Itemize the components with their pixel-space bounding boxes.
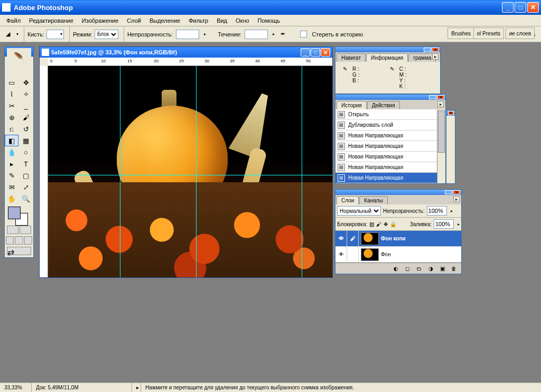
notes-tool[interactable]: ✉ xyxy=(5,181,18,193)
eraser-tool[interactable]: ◧ xyxy=(5,135,18,146)
layer-link-icon[interactable] xyxy=(347,247,359,262)
brush-picker[interactable]: ▾ xyxy=(46,30,64,39)
status-zoom[interactable]: 33,33% xyxy=(0,383,32,392)
new-layer-button[interactable]: ▣ xyxy=(438,265,446,272)
history-brush-tool[interactable]: ↺ xyxy=(19,123,33,135)
magic-wand-tool[interactable]: ✧ xyxy=(19,88,33,100)
panel-close-icon[interactable]: ✕ xyxy=(453,190,460,194)
history-item[interactable]: ▤Новая Направляющая xyxy=(335,130,437,141)
foreground-color-swatch[interactable] xyxy=(8,207,21,219)
menu-filter[interactable]: Фильтр xyxy=(184,16,212,25)
hand-tool[interactable]: ✋ xyxy=(5,193,18,204)
panel-minimize-icon[interactable]: _ xyxy=(424,48,431,52)
guide-vertical[interactable] xyxy=(120,66,120,277)
menu-file[interactable]: Файл xyxy=(2,16,25,25)
history-item[interactable]: ▤Новая Направляющая xyxy=(335,162,437,173)
status-doc-size[interactable]: Док: 5,49М/11,0М xyxy=(32,383,132,392)
layer-opacity-input[interactable] xyxy=(427,206,447,216)
collapsed-panel[interactable]: ✕ xyxy=(446,110,455,184)
menu-help[interactable]: Помощь xyxy=(254,16,285,25)
guide-vertical[interactable] xyxy=(302,66,302,277)
brush-tool[interactable]: 🖌 xyxy=(19,111,33,123)
screen-mode-1[interactable] xyxy=(6,236,14,245)
path-select-tool[interactable]: ▸ xyxy=(5,158,18,170)
layer-set-button[interactable]: 🗀 xyxy=(415,265,423,272)
ruler-horizontal[interactable]: 0 5 10 15 20 25 30 35 40 45 50 xyxy=(48,58,332,66)
erase-history-checkbox[interactable] xyxy=(300,31,307,38)
healing-brush-tool[interactable]: ⊕ xyxy=(5,111,18,123)
history-item[interactable]: ▤Новая Направляющая xyxy=(335,141,437,152)
layer-name[interactable]: Фон копи xyxy=(381,236,406,241)
flow-flyout[interactable]: ▸ xyxy=(271,32,275,36)
eyedropper-tool[interactable]: ⤢ xyxy=(19,181,33,193)
menu-window[interactable]: Окно xyxy=(231,16,254,25)
history-scrollbar[interactable] xyxy=(437,109,445,183)
panel-close-icon[interactable]: ✕ xyxy=(437,95,444,99)
history-item[interactable]: ▤Дублировать слой xyxy=(335,120,437,130)
opacity-slider-flyout[interactable]: ▸ xyxy=(449,209,453,213)
lock-transparent-icon[interactable]: ▨ xyxy=(369,221,374,227)
dodge-tool[interactable]: ○ xyxy=(19,146,33,158)
tab-navigator[interactable]: Навигат xyxy=(337,53,366,62)
canvas[interactable] xyxy=(48,66,332,277)
type-tool[interactable]: T xyxy=(19,158,33,170)
status-flyout[interactable]: ▸ xyxy=(132,383,141,392)
fill-slider-flyout[interactable]: ▸ xyxy=(456,222,460,227)
flow-input[interactable] xyxy=(245,30,268,39)
layer-fill-input[interactable] xyxy=(434,219,454,229)
layer-style-button[interactable]: ◐ xyxy=(391,265,400,272)
screen-mode-3[interactable] xyxy=(24,236,32,245)
panel-minimize-icon[interactable]: _ xyxy=(429,95,436,99)
history-item[interactable]: ▤Открыть xyxy=(335,109,437,120)
panel-close-icon[interactable]: ✕ xyxy=(448,111,454,115)
minimize-button[interactable]: _ xyxy=(502,2,514,13)
guide-vertical[interactable] xyxy=(196,66,197,277)
jump-to-imageready[interactable]: ⇄ xyxy=(7,247,31,255)
layers-panel-header[interactable]: _ ✕ xyxy=(335,190,461,195)
blend-mode-select[interactable]: Нормальный xyxy=(337,206,381,216)
color-swatches[interactable] xyxy=(5,204,33,226)
layer-thumbnail[interactable] xyxy=(361,248,379,261)
layer-row[interactable]: 👁🖌Фон копи xyxy=(335,231,461,247)
panel-close-icon[interactable]: ✕ xyxy=(432,48,439,52)
menu-layer[interactable]: Слой xyxy=(123,16,145,25)
layer-visibility-icon[interactable]: 👁 xyxy=(335,231,347,246)
eraser-tool-preset-icon[interactable]: ◢ xyxy=(3,30,13,39)
adjustment-layer-button[interactable]: ◑ xyxy=(426,265,435,272)
delete-layer-button[interactable]: 🗑 xyxy=(450,265,458,272)
screen-mode-2[interactable] xyxy=(15,236,23,245)
tab-channels[interactable]: Каналы xyxy=(359,196,388,204)
doc-close-button[interactable]: ✕ xyxy=(321,48,330,57)
layer-name[interactable]: Фон xyxy=(381,251,391,257)
panel-menu-button[interactable]: ▸ xyxy=(453,196,460,202)
panel-menu-button[interactable]: ▸ xyxy=(432,53,439,60)
doc-maximize-button[interactable]: □ xyxy=(311,48,320,57)
tab-actions[interactable]: Действия xyxy=(367,101,400,109)
tool-preset-dropdown[interactable]: ▾ xyxy=(15,32,18,36)
lock-pixels-icon[interactable]: 🖌 xyxy=(376,221,381,227)
mode-select[interactable]: Блок xyxy=(95,30,118,39)
menu-edit[interactable]: Редактирование xyxy=(25,16,78,25)
palette-well-presets[interactable]: ol Presets xyxy=(473,27,504,39)
marquee-tool[interactable]: ▭ xyxy=(5,77,18,88)
layer-thumbnail[interactable] xyxy=(361,232,379,245)
airbrush-icon[interactable]: ✒ xyxy=(278,30,287,39)
menu-view[interactable]: Вид xyxy=(212,16,231,25)
move-tool[interactable]: ✥ xyxy=(19,77,33,88)
tab-history[interactable]: История xyxy=(337,101,367,109)
layer-visibility-icon[interactable]: 👁 xyxy=(335,247,347,262)
crop-tool[interactable]: ✂ xyxy=(5,100,18,111)
palette-well-brushes[interactable]: Brushes xyxy=(447,27,474,39)
lock-all-icon[interactable]: 🔒 xyxy=(390,221,396,227)
palette-well-layercomps[interactable]: ие слоев xyxy=(506,27,535,39)
layer-link-icon[interactable]: 🖌 xyxy=(347,231,359,246)
shape-tool[interactable]: ▢ xyxy=(19,170,33,181)
history-item[interactable]: ▤Новая Направляющая xyxy=(335,173,437,183)
history-panel-header[interactable]: _ ✕ xyxy=(335,95,445,100)
info-panel-header[interactable]: _ ✕ xyxy=(335,47,440,52)
panel-minimize-icon[interactable]: _ xyxy=(445,190,452,194)
blur-tool[interactable]: 💧 xyxy=(5,146,18,158)
ruler-vertical[interactable] xyxy=(40,66,48,277)
guide-horizontal[interactable] xyxy=(48,175,332,175)
doc-minimize-button[interactable]: _ xyxy=(301,48,310,57)
